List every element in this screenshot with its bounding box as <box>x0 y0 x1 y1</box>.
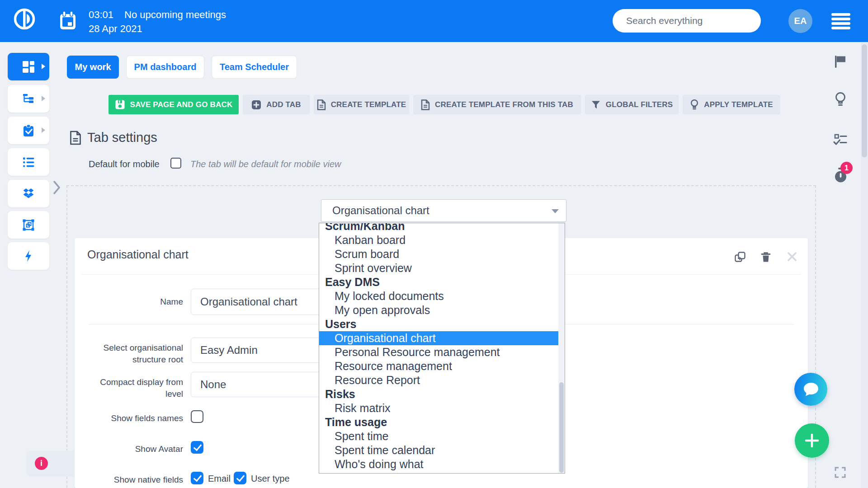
apply-template-button[interactable]: APPLY TEMPLATE <box>683 95 780 114</box>
create-template-button[interactable]: CREATE TEMPLATE <box>314 95 409 114</box>
plus-icon <box>251 100 261 110</box>
fullscreen-icon[interactable] <box>834 466 846 478</box>
page-scrollbar-thumb[interactable] <box>862 44 867 157</box>
dropdown-group-header: Time usage <box>319 415 565 429</box>
dropdown-option[interactable]: My locked documents <box>319 289 565 303</box>
save-page-label: SAVE PAGE AND GO BACK <box>130 100 233 109</box>
global-filters-label: GLOBAL FILTERS <box>606 100 673 109</box>
dashboard-icon <box>22 60 35 74</box>
schedule-summary[interactable]: 03:01No upcoming meetings 28 Apr 2021 <box>89 8 237 36</box>
native-field-email-checkbox[interactable] <box>191 472 203 484</box>
search-input[interactable] <box>625 15 749 27</box>
save-page-button[interactable]: SAVE PAGE AND GO BACK <box>108 95 239 114</box>
app-screen: 03:01No upcoming meetings 28 Apr 2021 EA <box>0 0 868 488</box>
sidebar-item-quick-actions[interactable] <box>8 242 49 270</box>
dropbox-icon <box>22 187 35 201</box>
dropdown-option[interactable]: Scrum board <box>319 247 565 261</box>
name-field-label: Name <box>93 296 183 308</box>
dropdown-group-header: Risks <box>319 387 565 401</box>
chevron-down-icon <box>552 209 559 213</box>
sidebar-item-list[interactable] <box>8 148 49 176</box>
lightning-icon <box>22 249 35 263</box>
dropdown-option[interactable]: Kanban board <box>319 233 565 247</box>
sidebar-item-tasks[interactable] <box>8 117 49 144</box>
native-field-email-label: Email <box>208 474 231 484</box>
dropdown-option[interactable]: My open approvals <box>319 303 565 317</box>
duplicate-widget-icon[interactable] <box>734 251 746 263</box>
dropdown-scrollbar-thumb[interactable] <box>559 382 564 473</box>
clipboard-check-icon <box>22 124 35 137</box>
widget-module-select-value: Organisational chart <box>332 204 429 217</box>
chat-button[interactable] <box>794 373 827 406</box>
timer-notification-badge[interactable]: 1 <box>840 162 853 174</box>
list-icon <box>22 155 35 169</box>
show-avatar-label: Show Avatar <box>93 443 183 455</box>
lightbulb-icon <box>690 99 699 110</box>
delete-widget-icon[interactable] <box>760 251 772 263</box>
calendar-icon[interactable] <box>59 11 76 31</box>
chat-bubble-icon <box>802 381 820 398</box>
flag-icon[interactable] <box>833 54 848 69</box>
show-avatar-checkbox[interactable] <box>191 441 203 454</box>
tab-my-work[interactable]: My work <box>67 56 119 79</box>
name-field-value: Organisational chart <box>200 296 297 308</box>
widget-title: Organisational chart <box>87 248 189 261</box>
app-logo-icon[interactable] <box>12 6 37 32</box>
header-time: 03:01 <box>89 9 113 20</box>
dropdown-option[interactable]: Resource Report <box>319 373 565 387</box>
default-for-mobile-checkbox[interactable] <box>170 158 181 169</box>
tab-pm-dashboard[interactable]: PM dashboard <box>126 56 204 79</box>
submenu-caret-icon <box>42 127 45 133</box>
global-filters-button[interactable]: GLOBAL FILTERS <box>585 95 679 114</box>
dropdown-option[interactable]: Personal Resource management <box>319 345 565 359</box>
document-icon <box>421 99 430 110</box>
show-fields-names-label: Show fields names <box>93 413 183 424</box>
dropdown-option[interactable]: Sprint overview <box>319 261 565 275</box>
dropdown-group-header: Users <box>319 317 565 331</box>
add-new-button[interactable] <box>795 423 829 458</box>
show-fields-names-checkbox[interactable] <box>191 410 203 423</box>
dropdown-option[interactable]: Risk matrix <box>319 401 565 415</box>
tab-settings-title: Tab settings <box>87 130 157 145</box>
sidebar-item-dropbox[interactable] <box>8 180 49 207</box>
native-field-usertype-label: User type <box>251 474 290 484</box>
header-date: 28 Apr 2021 <box>89 22 237 36</box>
add-tab-button[interactable]: ADD TAB <box>243 95 310 114</box>
structure-root-value: Easy Admin <box>200 344 258 357</box>
dropdown-option[interactable]: Resource management <box>319 359 565 373</box>
close-widget-icon[interactable] <box>786 251 798 263</box>
sidebar-item-dashboards[interactable] <box>8 53 49 80</box>
submenu-caret-icon <box>42 64 45 69</box>
dropdown-scrollbar[interactable] <box>558 223 565 473</box>
meeting-status: No upcoming meetings <box>124 9 226 20</box>
frame-icon <box>22 218 35 232</box>
sidebar-expand-chevron-icon[interactable] <box>53 180 61 195</box>
structure-root-label: Select organisational structure root <box>93 342 183 366</box>
dropdown-group-header: Scrum/Kanban <box>319 223 565 233</box>
org-tree-icon <box>22 92 35 106</box>
sidebar-item-projects-tree[interactable] <box>8 85 49 113</box>
page-scrollbar[interactable] <box>861 0 868 488</box>
show-native-fields-label: Show native fields <box>93 474 183 486</box>
create-template-label: CREATE TEMPLATE <box>331 100 406 109</box>
default-for-mobile-label: Default for mobile <box>89 159 160 169</box>
lightbulb-icon[interactable] <box>833 91 848 108</box>
sidebar-item-templates[interactable] <box>8 211 49 239</box>
create-template-from-tab-button[interactable]: CREATE TEMPLATE FROM THIS TAB <box>413 95 581 114</box>
plus-icon <box>803 432 821 449</box>
checklist-icon[interactable] <box>833 133 848 146</box>
tab-settings-heading: Tab settings <box>70 130 157 145</box>
hamburger-menu-icon[interactable] <box>831 13 850 29</box>
native-field-usertype-checkbox[interactable] <box>234 472 246 484</box>
global-search <box>613 9 761 33</box>
user-avatar[interactable]: EA <box>788 9 812 33</box>
tab-team-scheduler[interactable]: Team Scheduler <box>212 56 297 79</box>
widget-module-select[interactable]: Organisational chart <box>321 199 566 222</box>
dropdown-option[interactable]: Who's doing what <box>319 457 565 471</box>
dropdown-option[interactable]: Spent time calendar <box>319 443 565 457</box>
dropdown-option[interactable]: Organisational chart <box>319 331 565 345</box>
widget-module-dropdown: Scrum/KanbanKanban boardScrum boardSprin… <box>319 223 565 474</box>
apply-template-label: APPLY TEMPLATE <box>704 100 773 109</box>
dropdown-option[interactable]: Spent time <box>319 429 565 443</box>
info-icon[interactable]: i <box>35 457 48 470</box>
